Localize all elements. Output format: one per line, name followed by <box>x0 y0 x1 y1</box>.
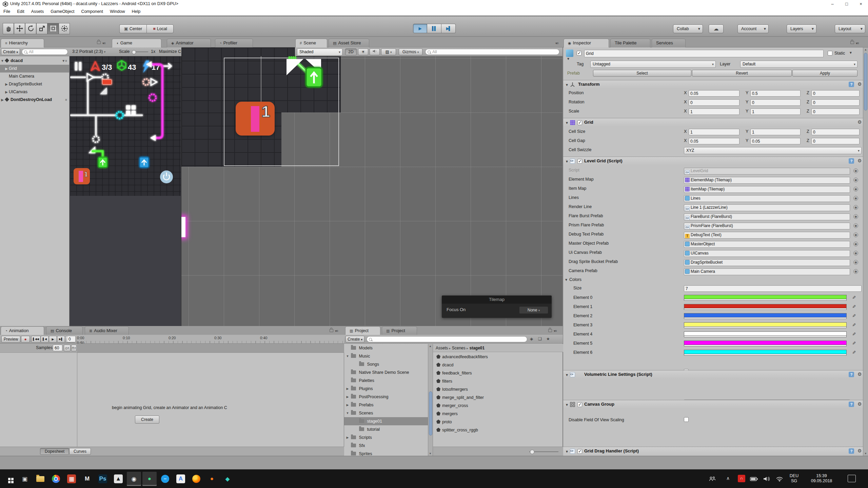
disable-fov-checkbox[interactable] <box>684 417 689 422</box>
hierarchy-row-uicanvas[interactable]: ▶UICanvas <box>0 88 69 96</box>
breadcrumb-scenes[interactable]: Scenes <box>452 346 466 350</box>
color-swatch[interactable] <box>684 304 847 310</box>
menu-item[interactable]: File <box>0 8 14 14</box>
eyedropper-icon[interactable]: ✎ <box>851 314 856 318</box>
minimize-button[interactable]: – <box>825 0 840 8</box>
account-dropdown[interactable]: Account <box>737 24 769 33</box>
object-field[interactable]: DragSpriteBucket <box>684 259 850 266</box>
panel-menu-icon[interactable]: ▾≡ <box>856 41 859 45</box>
scale-z-field[interactable]: 0 <box>811 108 860 115</box>
prefab-apply-button[interactable]: Apply <box>792 70 857 77</box>
menu-item[interactable]: Edit <box>14 8 28 14</box>
aspect-dropdown[interactable]: 3:2 Portrait (2:3) ▾ <box>72 49 105 54</box>
object-field[interactable]: PrismFlare (FlareBurst) <box>684 223 850 229</box>
position-y-field[interactable]: 0.5 <box>750 90 801 97</box>
project-folder[interactable]: tutorial <box>344 425 428 433</box>
avira-tray-icon[interactable]: ∩ <box>738 475 745 482</box>
layers-dropdown[interactable]: Layers <box>787 24 816 33</box>
goto-begin-button[interactable]: ▌◀◀ <box>31 336 41 343</box>
clock[interactable]: 15:39 09.05.2018 <box>804 473 839 484</box>
notification-center-icon[interactable] <box>848 475 856 482</box>
object-picker-icon[interactable]: ◉ <box>853 269 858 274</box>
position-z-field[interactable]: 0 <box>811 90 860 97</box>
prefab-revert-button[interactable]: Revert <box>692 70 792 77</box>
cell-gap-x-field[interactable]: 0.05 <box>689 138 739 144</box>
taskbar-app[interactable] <box>189 472 203 486</box>
tray-chevron-icon[interactable]: ∧ <box>726 475 730 481</box>
search-by-label-icon[interactable]: ❏ <box>538 337 542 341</box>
grid-drag-enabled-checkbox[interactable] <box>577 449 582 454</box>
gear-icon[interactable]: ⚙ <box>857 448 863 453</box>
object-picker-icon[interactable]: ◉ <box>853 214 858 219</box>
shading-mode-dropdown[interactable]: Shaded <box>297 48 342 56</box>
inspector-scrollbar[interactable]: ▲ ▼ <box>863 47 868 456</box>
gameobject-name-field[interactable]: Grid <box>584 50 824 57</box>
gear-icon[interactable]: ⚙ <box>857 158 863 163</box>
asset-file[interactable]: proto <box>433 418 563 426</box>
hierarchy-row-grid[interactable]: ▶Grid <box>0 65 69 73</box>
tab-animator[interactable]: ◈Animator <box>167 39 211 47</box>
menu-item[interactable]: GameObject <box>47 8 78 14</box>
panel-menu-icon[interactable]: ▾≡ <box>554 329 557 333</box>
asset-file[interactable]: merge_split_and_filter <box>433 393 563 402</box>
next-key-button[interactable]: ▶▌ <box>57 336 65 343</box>
rotation-y-field[interactable]: 0 <box>750 99 801 106</box>
taskbar-app[interactable]: ◉ <box>127 472 141 486</box>
hierarchy-row-dragspritebucket[interactable]: ▶DragSpriteBucket <box>0 80 69 88</box>
project-folder[interactable]: Models <box>344 344 428 352</box>
color-swatch[interactable] <box>684 313 847 319</box>
object-picker-icon[interactable]: ◉ <box>853 196 858 201</box>
scene-menu-icon[interactable]: ≡ <box>65 96 67 104</box>
taskbar-app[interactable]: A <box>174 472 188 486</box>
step-button[interactable]: ▶▌ <box>441 24 456 33</box>
scale-x-field[interactable]: 1 <box>689 108 739 115</box>
canvas-group-header[interactable]: ▼ Canvas Group ? ⚙ <box>563 400 868 409</box>
asset-file[interactable]: advancedfeedbackfilters <box>433 353 563 361</box>
pivot-center-button[interactable]: ▣Center <box>119 24 146 33</box>
scale-slider-knob[interactable] <box>132 50 136 54</box>
people-icon[interactable] <box>709 476 716 482</box>
collab-dropdown[interactable]: Collab <box>673 24 703 33</box>
object-field[interactable]: Main Camera <box>684 268 850 275</box>
object-field[interactable]: FlareBurst (FlareBurst) <box>684 214 850 220</box>
taskbar-app[interactable]: ● <box>142 472 157 486</box>
colors-size-field[interactable]: 7 <box>684 285 862 292</box>
lock-icon[interactable] <box>97 41 101 44</box>
audio-toggle-button[interactable] <box>370 48 380 55</box>
menu-item[interactable]: Component <box>78 8 106 14</box>
object-picker-icon[interactable]: ◉ <box>853 223 858 228</box>
lock-icon[interactable] <box>850 41 854 44</box>
static-checkbox[interactable] <box>828 51 832 56</box>
project-folder[interactable]: ▶ Prefabs <box>344 401 428 409</box>
eyedropper-icon[interactable]: ✎ <box>851 350 856 354</box>
hand-tool-button[interactable] <box>3 23 14 34</box>
project-tree-scrollbar[interactable]: ▲ ▼ <box>428 344 433 456</box>
tab-tile-palette[interactable]: Tile Palette <box>610 39 650 47</box>
position-x-field[interactable]: 0.05 <box>689 90 739 97</box>
cell-size-z-field[interactable]: 0 <box>811 129 860 135</box>
speaker-icon[interactable] <box>763 476 770 482</box>
taskbar-app[interactable]: ● <box>205 472 219 486</box>
project-folder[interactable]: Palettes <box>344 377 428 385</box>
gear-icon[interactable]: ⚙ <box>857 401 863 407</box>
taskbar-app[interactable]: Ps <box>96 472 110 486</box>
layer-dropdown[interactable]: Default <box>740 61 857 68</box>
element-tile-sprite-large[interactable]: 1 <box>236 102 275 136</box>
lock-icon[interactable] <box>330 329 333 332</box>
cell-size-x-field[interactable]: 1 <box>689 129 739 135</box>
eyedropper-icon[interactable]: ✎ <box>851 305 856 308</box>
static-dropdown-arrow[interactable]: ▼ <box>849 51 852 55</box>
menu-item[interactable]: Window <box>106 8 128 14</box>
battery-icon[interactable] <box>750 477 758 481</box>
rotation-local-button[interactable]: ■Local <box>146 24 174 33</box>
asset-file[interactable]: mergers <box>433 410 563 418</box>
object-picker-icon[interactable]: ◉ <box>853 187 858 191</box>
rotation-x-field[interactable]: 0 <box>689 99 739 106</box>
project-folder[interactable]: ▼ Music <box>344 352 428 360</box>
project-folder[interactable]: Sfx <box>344 442 428 450</box>
favorites-icon[interactable]: ★ <box>546 337 550 341</box>
tab-asset-store[interactable]: ▤Asset Store <box>329 39 369 47</box>
maximize-on-play-toggle[interactable]: Maximize On P <box>159 49 181 54</box>
pause-button[interactable]: ▌▌ <box>427 24 441 33</box>
search-by-type-icon[interactable]: ◈ <box>530 337 533 341</box>
